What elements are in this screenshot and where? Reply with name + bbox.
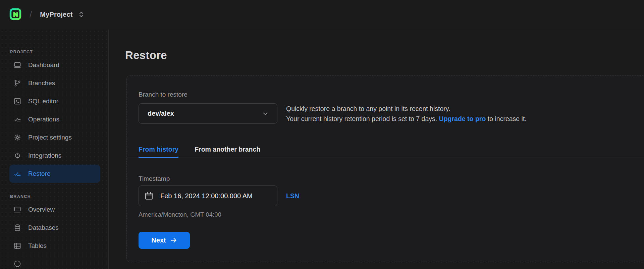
sidebar-item-partial[interactable] [9,255,100,269]
main-content: Restore Branch to restore dev/alex Quick… [109,30,644,269]
chevron-down-icon [262,111,268,117]
sidebar-item-dashboard[interactable]: Dashboard [9,56,100,74]
branch-select-value: dev/alex [148,110,262,117]
integrations-icon [13,152,21,160]
timezone-note: America/Moncton, GMT-04:00 [139,211,221,218]
sidebar-item-tables[interactable]: Tables [9,237,100,255]
timestamp-value: Feb 16, 2024 12:00:00.000 AM [160,192,253,200]
arrow-right-icon [170,237,177,244]
project-name: MyProject [40,11,72,18]
restore-description: Quickly restore a branch to any point in… [286,104,527,124]
tables-icon [13,242,21,250]
restore-card: Branch to restore dev/alex Quickly resto… [126,75,644,262]
sidebar-item-sql-editor[interactable]: SQL editor [9,92,100,110]
sidebar-item-project-settings[interactable]: Project settings [9,128,100,147]
sidebar: PROJECT Dashboard Branches SQL editor [0,30,109,269]
page-title: Restore [125,49,167,62]
timestamp-label: Timestamp [139,175,170,182]
branches-icon [13,79,21,87]
top-bar: / MyProject [0,0,644,29]
calendar-icon [144,191,154,201]
dashboard-icon [13,61,21,69]
operations-icon [13,115,21,123]
description-line-1: Quickly restore a branch to any point in… [286,104,527,114]
sidebar-item-databases[interactable]: Databases [9,219,100,237]
breadcrumb-separator: / [30,9,32,20]
restore-icon [13,170,21,178]
restore-tabs: From history From another branch [127,140,644,158]
next-button-label: Next [151,236,166,244]
chevron-up-down-icon [79,11,84,18]
gear-icon [13,133,21,142]
sql-editor-icon [13,97,21,105]
sidebar-section-project: PROJECT [10,50,108,55]
upgrade-to-pro-link[interactable]: Upgrade to pro [439,115,486,122]
branch-select-label: Branch to restore [139,91,187,98]
timestamp-input[interactable]: Feb 16, 2024 12:00:00.000 AM [139,185,277,206]
description-line-2: Your current history retention period is… [286,114,527,124]
next-button[interactable]: Next [139,232,190,249]
overview-icon [13,206,21,214]
circle-icon [13,260,21,268]
databases-icon [13,224,21,232]
tab-from-another-branch[interactable]: From another branch [195,140,260,158]
sidebar-item-overview[interactable]: Overview [9,201,100,219]
branch-select[interactable]: dev/alex [139,103,277,124]
sidebar-section-branch: BRANCH [10,194,108,199]
sidebar-item-integrations[interactable]: Integrations [9,147,100,165]
sidebar-item-operations[interactable]: Operations [9,110,100,128]
lsn-link[interactable]: LSN [286,185,299,206]
sidebar-item-restore[interactable]: Restore [9,165,100,183]
neon-logo-icon[interactable] [9,8,22,21]
sidebar-item-branches[interactable]: Branches [9,74,100,92]
project-switcher[interactable]: MyProject [40,11,84,18]
tab-from-history[interactable]: From history [139,140,178,158]
